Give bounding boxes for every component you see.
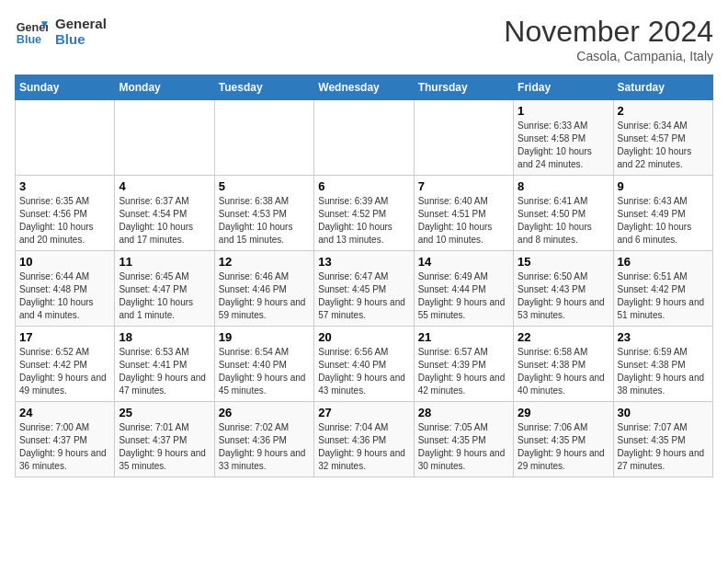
calendar-week-row: 10Sunrise: 6:44 AM Sunset: 4:48 PM Dayli… [16, 251, 713, 327]
day-info: Sunrise: 6:50 AM Sunset: 4:43 PM Dayligh… [518, 270, 609, 322]
calendar-cell: 14Sunrise: 6:49 AM Sunset: 4:44 PM Dayli… [414, 251, 513, 327]
day-number: 14 [418, 255, 509, 269]
calendar-week-row: 1Sunrise: 6:33 AM Sunset: 4:58 PM Daylig… [16, 100, 713, 176]
day-info: Sunrise: 6:51 AM Sunset: 4:42 PM Dayligh… [618, 270, 709, 322]
day-number: 30 [618, 406, 709, 419]
calendar-week-row: 3Sunrise: 6:35 AM Sunset: 4:56 PM Daylig… [16, 176, 713, 251]
calendar-cell: 22Sunrise: 6:58 AM Sunset: 4:38 PM Dayli… [514, 327, 613, 402]
weekday-header: Thursday [414, 75, 513, 100]
calendar-cell [314, 100, 414, 176]
calendar-cell: 25Sunrise: 7:01 AM Sunset: 4:37 PM Dayli… [115, 402, 214, 477]
day-info: Sunrise: 7:05 AM Sunset: 4:35 PM Dayligh… [418, 421, 509, 473]
day-info: Sunrise: 6:47 AM Sunset: 4:45 PM Dayligh… [318, 270, 409, 322]
day-number: 2 [618, 104, 709, 118]
calendar-cell: 21Sunrise: 6:57 AM Sunset: 4:39 PM Dayli… [414, 327, 513, 402]
calendar-cell: 6Sunrise: 6:39 AM Sunset: 4:52 PM Daylig… [314, 176, 414, 251]
day-number: 5 [219, 179, 310, 193]
weekday-header-row: SundayMondayTuesdayWednesdayThursdayFrid… [16, 75, 713, 100]
calendar-cell: 9Sunrise: 6:43 AM Sunset: 4:49 PM Daylig… [613, 176, 712, 251]
weekday-header: Sunday [16, 75, 115, 100]
day-number: 3 [19, 179, 110, 193]
weekday-header: Tuesday [214, 75, 313, 100]
calendar-cell [414, 100, 513, 176]
weekday-header: Friday [514, 75, 613, 100]
calendar-cell: 15Sunrise: 6:50 AM Sunset: 4:43 PM Dayli… [514, 251, 613, 327]
calendar-cell: 18Sunrise: 6:53 AM Sunset: 4:41 PM Dayli… [115, 327, 214, 402]
logo-icon: General Blue [15, 15, 48, 48]
day-number: 16 [618, 255, 709, 269]
calendar-cell: 19Sunrise: 6:54 AM Sunset: 4:40 PM Dayli… [214, 327, 313, 402]
location-subtitle: Casola, Campania, Italy [504, 49, 713, 63]
day-number: 9 [618, 179, 709, 193]
day-info: Sunrise: 6:49 AM Sunset: 4:44 PM Dayligh… [418, 270, 509, 322]
calendar-cell: 8Sunrise: 6:41 AM Sunset: 4:50 PM Daylig… [514, 176, 613, 251]
calendar-cell: 1Sunrise: 6:33 AM Sunset: 4:58 PM Daylig… [514, 100, 613, 176]
day-number: 25 [119, 406, 210, 419]
day-number: 11 [119, 255, 210, 269]
day-info: Sunrise: 6:46 AM Sunset: 4:46 PM Dayligh… [219, 270, 310, 322]
calendar-cell [16, 100, 115, 176]
day-number: 21 [418, 330, 509, 344]
calendar-cell: 10Sunrise: 6:44 AM Sunset: 4:48 PM Dayli… [16, 251, 115, 327]
calendar-cell: 3Sunrise: 6:35 AM Sunset: 4:56 PM Daylig… [16, 176, 115, 251]
day-number: 10 [19, 255, 110, 269]
day-info: Sunrise: 6:57 AM Sunset: 4:39 PM Dayligh… [418, 346, 509, 397]
day-number: 19 [219, 330, 310, 344]
calendar-cell: 12Sunrise: 6:46 AM Sunset: 4:46 PM Dayli… [214, 251, 313, 327]
calendar-cell: 29Sunrise: 7:06 AM Sunset: 4:35 PM Dayli… [514, 402, 613, 477]
calendar-cell: 24Sunrise: 7:00 AM Sunset: 4:37 PM Dayli… [16, 402, 115, 477]
calendar-cell: 20Sunrise: 6:56 AM Sunset: 4:40 PM Dayli… [314, 327, 414, 402]
calendar-cell: 26Sunrise: 7:02 AM Sunset: 4:36 PM Dayli… [214, 402, 313, 477]
weekday-header: Wednesday [314, 75, 414, 100]
day-info: Sunrise: 7:04 AM Sunset: 4:36 PM Dayligh… [318, 421, 409, 473]
day-number: 12 [219, 255, 310, 269]
calendar-cell: 30Sunrise: 7:07 AM Sunset: 4:35 PM Dayli… [613, 402, 712, 477]
day-info: Sunrise: 6:38 AM Sunset: 4:53 PM Dayligh… [219, 195, 310, 247]
day-info: Sunrise: 7:06 AM Sunset: 4:35 PM Dayligh… [518, 421, 609, 473]
day-number: 7 [418, 179, 509, 193]
calendar-cell: 4Sunrise: 6:37 AM Sunset: 4:54 PM Daylig… [115, 176, 214, 251]
day-info: Sunrise: 6:39 AM Sunset: 4:52 PM Dayligh… [318, 195, 409, 247]
calendar-cell: 11Sunrise: 6:45 AM Sunset: 4:47 PM Dayli… [115, 251, 214, 327]
day-number: 13 [318, 255, 409, 269]
day-info: Sunrise: 6:43 AM Sunset: 4:49 PM Dayligh… [618, 195, 709, 247]
calendar-cell [115, 100, 214, 176]
day-info: Sunrise: 6:41 AM Sunset: 4:50 PM Dayligh… [518, 195, 609, 247]
day-number: 6 [318, 179, 409, 193]
day-info: Sunrise: 6:58 AM Sunset: 4:38 PM Dayligh… [518, 346, 609, 397]
month-title: November 2024 [504, 15, 713, 49]
day-number: 17 [19, 330, 110, 344]
logo-general: General [55, 16, 107, 31]
calendar-table: SundayMondayTuesdayWednesdayThursdayFrid… [15, 75, 713, 477]
svg-text:Blue: Blue [17, 33, 41, 46]
day-number: 20 [318, 330, 409, 344]
calendar-cell: 2Sunrise: 6:34 AM Sunset: 4:57 PM Daylig… [613, 100, 712, 176]
day-number: 26 [219, 406, 310, 419]
calendar-cell: 7Sunrise: 6:40 AM Sunset: 4:51 PM Daylig… [414, 176, 513, 251]
day-info: Sunrise: 6:52 AM Sunset: 4:42 PM Dayligh… [19, 346, 110, 397]
calendar-cell: 13Sunrise: 6:47 AM Sunset: 4:45 PM Dayli… [314, 251, 414, 327]
day-info: Sunrise: 7:07 AM Sunset: 4:35 PM Dayligh… [618, 421, 709, 473]
day-number: 8 [518, 179, 609, 193]
day-info: Sunrise: 6:53 AM Sunset: 4:41 PM Dayligh… [119, 346, 210, 397]
day-info: Sunrise: 6:45 AM Sunset: 4:47 PM Dayligh… [119, 270, 210, 322]
day-info: Sunrise: 6:44 AM Sunset: 4:48 PM Dayligh… [19, 270, 110, 322]
day-info: Sunrise: 6:33 AM Sunset: 4:58 PM Dayligh… [518, 120, 609, 171]
day-number: 18 [119, 330, 210, 344]
weekday-header: Saturday [613, 75, 712, 100]
day-number: 1 [518, 104, 609, 118]
day-number: 24 [19, 406, 110, 419]
day-info: Sunrise: 6:35 AM Sunset: 4:56 PM Dayligh… [19, 195, 110, 247]
day-number: 4 [119, 179, 210, 193]
day-number: 28 [418, 406, 509, 419]
calendar-cell: 5Sunrise: 6:38 AM Sunset: 4:53 PM Daylig… [214, 176, 313, 251]
calendar-cell: 16Sunrise: 6:51 AM Sunset: 4:42 PM Dayli… [613, 251, 712, 327]
calendar-cell [214, 100, 313, 176]
day-info: Sunrise: 6:40 AM Sunset: 4:51 PM Dayligh… [418, 195, 509, 247]
title-area: November 2024 Casola, Campania, Italy [504, 15, 713, 63]
day-number: 15 [518, 255, 609, 269]
calendar-cell: 23Sunrise: 6:59 AM Sunset: 4:38 PM Dayli… [613, 327, 712, 402]
day-info: Sunrise: 6:56 AM Sunset: 4:40 PM Dayligh… [318, 346, 409, 397]
day-info: Sunrise: 6:34 AM Sunset: 4:57 PM Dayligh… [618, 120, 709, 171]
day-number: 23 [618, 330, 709, 344]
